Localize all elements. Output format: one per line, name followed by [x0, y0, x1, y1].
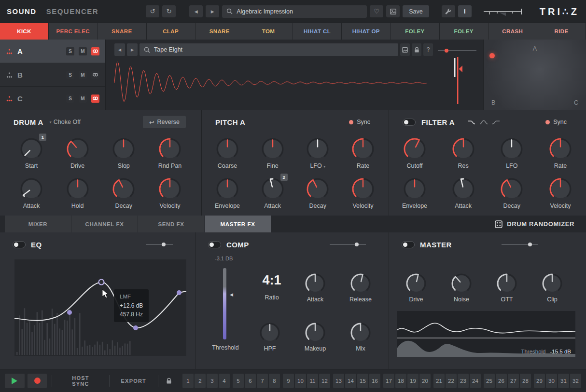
master-enable-toggle[interactable] — [402, 241, 415, 248]
step-20[interactable]: 20 — [419, 374, 431, 388]
step-23[interactable]: 23 — [458, 374, 469, 388]
layer-b-link-button[interactable] — [91, 71, 99, 79]
step-4[interactable]: 4 — [219, 374, 230, 388]
slider-handle[interactable] — [445, 49, 448, 53]
knob-attack[interactable]: Attack — [298, 272, 333, 303]
knob-clip[interactable]: Clip — [535, 272, 570, 303]
step-17[interactable]: 17 — [383, 374, 394, 388]
pitch-sync-toggle[interactable]: Sync — [349, 119, 370, 125]
knob-drive[interactable]: Drive — [61, 137, 95, 169]
step-8[interactable]: 8 — [269, 374, 280, 388]
pad-kick[interactable]: KICK — [0, 23, 49, 40]
step-12[interactable]: 12 — [319, 374, 330, 388]
layer-c-solo-button[interactable]: S — [66, 95, 74, 103]
xy-pad[interactable]: A B C — [484, 40, 586, 110]
choke-dropdown[interactable]: ▾Choke Off — [49, 119, 81, 125]
next-sample-button[interactable]: ▶ — [127, 43, 138, 56]
layer-c[interactable]: CSM — [0, 87, 105, 110]
step-10[interactable]: 10 — [295, 374, 306, 388]
knob-cutoff[interactable]: Cutoff — [398, 137, 432, 169]
undo-button[interactable]: ↺ — [146, 5, 159, 17]
layer-a-solo-button[interactable]: S — [66, 47, 74, 55]
knob-fine[interactable]: Fine — [256, 137, 290, 169]
layer-b[interactable]: BSM — [0, 63, 105, 87]
step-16[interactable]: 16 — [369, 374, 380, 388]
step-6[interactable]: 6 — [245, 374, 256, 388]
reverse-button[interactable]: ↩Reverse — [143, 116, 186, 128]
preset-search-field[interactable]: Algebraic Impression — [222, 5, 367, 18]
eq-band-handle[interactable] — [177, 290, 181, 295]
pad-snare[interactable]: SNARE — [98, 23, 146, 40]
step-21[interactable]: 21 — [433, 374, 445, 388]
lowpass-icon[interactable] — [467, 119, 476, 125]
highpass-icon[interactable] — [491, 119, 500, 125]
pad-snare[interactable]: SNARE — [195, 23, 244, 40]
eq-enable-toggle[interactable] — [13, 241, 26, 248]
pad-hihat-cl[interactable]: HIHAT CL — [293, 23, 342, 40]
layer-b-mute-button[interactable]: M — [79, 71, 87, 79]
knob-makeup[interactable]: Makeup — [298, 322, 333, 352]
pad-ride[interactable]: RIDE — [537, 23, 586, 40]
step-18[interactable]: 18 — [395, 374, 406, 388]
drum-randomizer-button[interactable]: DRUM RANDOMIZER — [495, 216, 574, 232]
knob-rate[interactable]: Rate — [544, 137, 577, 169]
knob-slop[interactable]: Slop — [107, 137, 140, 169]
step-27[interactable]: 27 — [508, 374, 519, 388]
comp-enable-toggle[interactable] — [208, 241, 221, 248]
step-13[interactable]: 13 — [333, 374, 344, 388]
xy-position-dot[interactable] — [489, 53, 495, 58]
layer-a[interactable]: ASM — [0, 40, 105, 63]
eq-band-handle[interactable] — [67, 310, 72, 315]
step-7[interactable]: 7 — [257, 374, 268, 388]
step-24[interactable]: 24 — [470, 374, 481, 388]
knob-lfo[interactable]: LFO — [495, 137, 529, 169]
fx-tab-master-fx[interactable]: MASTER FX — [205, 216, 271, 232]
knob-velocity[interactable]: Velocity — [544, 177, 577, 209]
step-26[interactable]: 26 — [496, 374, 507, 388]
layer-a-link-button[interactable] — [91, 47, 99, 55]
step-28[interactable]: 28 — [520, 374, 531, 388]
eq-graph[interactable]: LMF +12.6 dB 457.8 Hz — [14, 259, 186, 356]
next-preset-button[interactable]: ▶ — [206, 5, 219, 17]
redo-button[interactable]: ↻ — [162, 5, 176, 17]
preset-image-button[interactable] — [386, 5, 400, 17]
sample-volume-slider[interactable] — [438, 50, 476, 51]
fx-tab-channel-fx[interactable]: CHANNEL FX — [71, 216, 138, 232]
info-button[interactable]: i — [458, 5, 472, 17]
knob-start[interactable]: 1Start — [14, 137, 48, 169]
host-sync-button[interactable]: HOST SYNC — [57, 374, 104, 388]
step-5[interactable]: 5 — [233, 374, 244, 388]
knob-rate[interactable]: Rate — [346, 137, 380, 169]
fx-tab-mixer[interactable]: MIXER — [5, 216, 71, 232]
save-button[interactable]: Save — [403, 5, 429, 17]
output-trim-icon[interactable] — [483, 6, 524, 17]
knob-rnd-pan[interactable]: Rnd Pan — [153, 137, 187, 169]
knob-attack[interactable]: 2Attack — [256, 177, 290, 209]
knob-hold[interactable]: Hold — [61, 177, 95, 209]
pattern-lock-button[interactable] — [163, 378, 175, 384]
step-14[interactable]: 14 — [345, 374, 356, 388]
knob-decay[interactable]: Decay — [107, 177, 140, 209]
filter-enable-toggle[interactable] — [403, 119, 416, 126]
sample-level-meter[interactable] — [453, 57, 463, 105]
prev-preset-button[interactable]: ◀ — [189, 5, 203, 17]
eq-band-handle[interactable] — [133, 325, 138, 330]
pad-hihat-op[interactable]: HIHAT OP — [342, 23, 391, 40]
step-9[interactable]: 9 — [283, 374, 294, 388]
sample-search-field[interactable]: Tape Eight — [140, 43, 398, 56]
comp-ratio[interactable]: 4:1 Ratio — [255, 273, 288, 301]
master-scope[interactable]: Threshold-15.5 dB — [397, 311, 575, 357]
layer-a-mute-button[interactable]: M — [79, 47, 87, 55]
knob-velocity[interactable]: Velocity — [346, 177, 380, 209]
knob-release[interactable]: Release — [343, 272, 378, 303]
knob-velocity[interactable]: Velocity — [153, 177, 187, 209]
pad-foley[interactable]: FOLEY — [391, 23, 439, 40]
comp-threshold-slider[interactable] — [223, 268, 226, 339]
pad-tom[interactable]: TOM — [244, 23, 293, 40]
step-30[interactable]: 30 — [546, 374, 557, 388]
sample-lock-button[interactable] — [412, 43, 421, 56]
knob-noise[interactable]: Noise — [444, 272, 479, 303]
knob-lfo[interactable]: LFO ▾ — [301, 137, 335, 169]
favorite-button[interactable]: ♡ — [370, 5, 383, 17]
pad-crash[interactable]: CRASH — [488, 23, 537, 40]
